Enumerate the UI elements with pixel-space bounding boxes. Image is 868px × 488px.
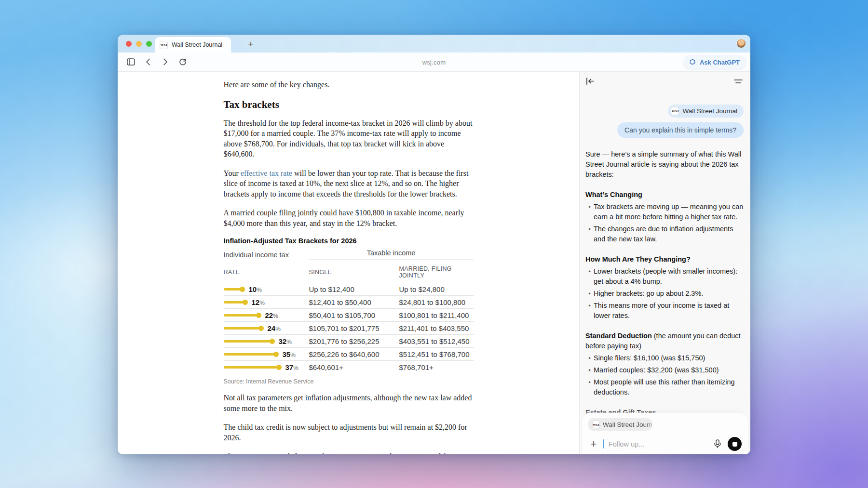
- percent-sign: %: [257, 287, 262, 293]
- voice-stop-button[interactable]: [728, 437, 742, 451]
- context-chip-wsj[interactable]: WSJ Wall Street Journal: [668, 105, 744, 118]
- bullet-item: •This means more of your income is taxed…: [585, 301, 744, 321]
- address-bar[interactable]: wsj.com: [422, 58, 446, 66]
- rate-label: 35%: [283, 350, 296, 358]
- rate-bar: [224, 288, 242, 290]
- article-paragraph: A married couple filing jointly could ha…: [224, 208, 474, 228]
- rate-bar: [224, 327, 261, 330]
- user-message-bubble: Can you explain this in simple terms?: [617, 122, 744, 138]
- bullet-text: This means more of your income is taxed …: [594, 301, 744, 321]
- chatgpt-sidebar: WSJ Wall Street Journal Can you explain …: [579, 72, 750, 454]
- effective-tax-rate-link[interactable]: effective tax rate: [241, 169, 292, 177]
- minimize-button[interactable]: [136, 41, 142, 47]
- percent-sign: %: [275, 326, 281, 332]
- rate-bar: [224, 301, 245, 303]
- table-row: 32%$201,776 to $256,225$403,551 to $512,…: [224, 335, 474, 348]
- response-section: What’s Changing•Tax brackets are moving …: [585, 190, 744, 244]
- section-heading: What’s Changing: [585, 190, 744, 200]
- attach-plus-button[interactable]: +: [588, 438, 599, 450]
- rate-bar: [224, 366, 279, 369]
- bullet-item: •Most people will use this rather than i…: [585, 377, 744, 397]
- new-tab-button[interactable]: +: [244, 38, 258, 51]
- article-paragraph: The new temporary deductions for tips, o…: [224, 451, 474, 454]
- bullet-text: Single filers: $16,100 (was $15,750): [594, 353, 744, 363]
- percent-sign: %: [259, 300, 265, 306]
- rate-cell: 10%: [224, 285, 309, 293]
- table-source: Source: Internal Revenue Service: [224, 378, 474, 385]
- table-row: 37%$640,601+$768,701+: [224, 361, 474, 374]
- single-range-cell: $201,776 to $256,225: [309, 337, 399, 345]
- assistant-intro: Sure — here’s a simple summary of what t…: [585, 149, 744, 180]
- followup-input[interactable]: Follow up...: [609, 440, 707, 448]
- response-section: Standard Deduction (the amount you can d…: [585, 331, 744, 397]
- married-range-cell: $512,451 to $768,700: [399, 350, 474, 358]
- bullet-dot: •: [585, 289, 594, 299]
- ask-chatgpt-label: Ask ChatGPT: [700, 59, 740, 66]
- bullet-text: Tax brackets are moving up — meaning you…: [594, 202, 744, 222]
- bullet-item: •Single filers: $16,100 (was $15,750): [585, 353, 744, 363]
- wsj-favicon: WSJ: [671, 107, 679, 115]
- bullet-dot: •: [585, 202, 594, 222]
- married-range-cell: $403,551 to $512,450: [399, 337, 474, 345]
- rate-label: 10%: [249, 285, 262, 293]
- rate-cell: 22%: [224, 311, 309, 319]
- bullet-text: Lower brackets (people with smaller inco…: [594, 266, 744, 287]
- zoom-button[interactable]: [146, 41, 152, 47]
- percent-sign: %: [286, 339, 292, 345]
- rate-cell: 35%: [224, 350, 309, 358]
- single-range-cell: $105,701 to $201,775: [309, 324, 399, 332]
- percent-sign: %: [290, 352, 296, 358]
- ask-chatgpt-button[interactable]: Ask ChatGPT: [684, 55, 746, 69]
- bullet-text: The changes are due to inflation adjustm…: [594, 224, 744, 244]
- section-heading: How Much Are They Changing?: [585, 254, 744, 264]
- forward-button[interactable]: [159, 56, 172, 68]
- single-range-cell: $50,401 to $105,700: [309, 311, 399, 319]
- bullet-dot: •: [585, 266, 594, 287]
- bullet-item: •Lower brackets (people with smaller inc…: [585, 266, 744, 287]
- married-range-cell: $211,401 to $403,550: [399, 324, 474, 332]
- profile-avatar[interactable]: [737, 39, 746, 48]
- composer-context-chip[interactable]: WSJ Wall Street Journal: [588, 418, 652, 431]
- table-column-headers: RATE SINGLE MARRIED, FILING JOINTLY: [224, 264, 474, 283]
- rate-label: 22%: [265, 311, 278, 319]
- reload-button[interactable]: [176, 56, 189, 68]
- bullet-item: •Higher brackets: go up about 2.3%.: [585, 289, 744, 299]
- rate-bar: [224, 340, 272, 343]
- back-button[interactable]: [142, 56, 154, 68]
- bullet-text: Higher brackets: go up about 2.3%.: [594, 289, 744, 299]
- window-controls: [126, 41, 152, 47]
- assistant-response: Sure — here’s a simple summary of what t…: [585, 149, 744, 440]
- response-section: How Much Are They Changing?•Lower bracke…: [585, 254, 744, 321]
- table-row: 22%$50,401 to $105,700$100,801 to $211,4…: [224, 309, 474, 322]
- table-row: 10%Up to $12,400Up to $24,800: [224, 283, 474, 296]
- collapse-sidebar-icon[interactable]: [586, 78, 595, 87]
- married-range-cell: Up to $24,800: [399, 285, 474, 293]
- bullet-item: •The changes are due to inflation adjust…: [585, 224, 744, 244]
- bullet-dot: •: [585, 377, 594, 397]
- rate-cell: 12%: [224, 298, 309, 306]
- tax-table-rows: 10%Up to $12,400Up to $24,80012%$12,401 …: [224, 283, 474, 374]
- rate-cell: 32%: [224, 337, 309, 345]
- rate-cell: 24%: [224, 324, 309, 332]
- bullet-text: Most people will use this rather than it…: [594, 377, 744, 397]
- rate-bar: [224, 314, 258, 317]
- conversation-transcript: WSJ Wall Street Journal Can you explain …: [580, 92, 750, 454]
- article-paragraph: Here are some of the key changes.: [224, 79, 474, 90]
- browser-tab[interactable]: WSJ Wall Street Journal: [155, 37, 231, 53]
- article-paragraph: The threshold for the top federal income…: [224, 118, 474, 159]
- married-range-cell: $100,801 to $211,400: [399, 311, 474, 319]
- married-range-cell: $24,801 to $100,800: [399, 298, 474, 306]
- bullet-item: •Tax brackets are moving up — meaning yo…: [585, 202, 744, 222]
- tax-brackets-table: Inflation-Adjusted Tax Brackets for 2026…: [224, 237, 474, 385]
- wsj-favicon: WSJ: [160, 41, 168, 49]
- sidebar-toggle-icon[interactable]: [124, 56, 137, 68]
- table-row: 24%$105,701 to $201,775$211,401 to $403,…: [224, 322, 474, 335]
- percent-sign: %: [293, 365, 298, 371]
- bullet-dot: •: [585, 353, 594, 363]
- microphone-icon[interactable]: [712, 438, 723, 450]
- page-content: Here are some of the key changes. Tax br…: [118, 72, 579, 454]
- rate-label: 32%: [279, 337, 292, 345]
- bullet-text: Married couples: $32,200 (was $31,500): [594, 365, 744, 375]
- close-button[interactable]: [126, 41, 132, 47]
- conversation-menu-icon[interactable]: [734, 78, 743, 86]
